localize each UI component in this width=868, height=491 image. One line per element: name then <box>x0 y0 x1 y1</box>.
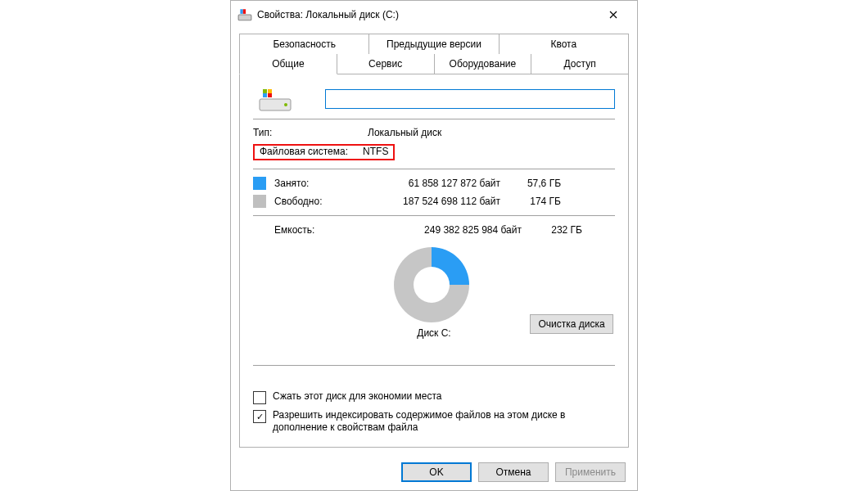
filesystem-label: Файловая система: <box>255 146 353 157</box>
capacity-bytes: 249 382 825 984 байт <box>382 224 522 236</box>
options-block: Сжать этот диск для экономии места Разре… <box>253 385 615 434</box>
capacity-human: 232 ГБ <box>522 224 582 236</box>
usage-block: Занято: 61 858 127 872 байт 57,6 ГБ Своб… <box>253 174 615 210</box>
close-button[interactable] <box>594 2 632 27</box>
checkbox-icon <box>253 391 266 404</box>
drive-icon <box>258 86 292 112</box>
tabs-row-1: Безопасность Предыдущие версии Квота <box>239 34 629 54</box>
index-label: Разрешить индексировать содержимое файло… <box>273 409 615 434</box>
type-value: Локальный диск <box>368 127 615 138</box>
tab-sharing[interactable]: Доступ <box>531 54 629 74</box>
cancel-button[interactable]: Отмена <box>478 462 549 482</box>
tab-general[interactable]: Общие <box>239 54 337 74</box>
drive-title-icon <box>237 7 252 22</box>
compress-checkbox[interactable]: Сжать этот диск для экономии места <box>253 390 615 404</box>
svg-rect-2 <box>243 9 246 14</box>
index-checkbox[interactable]: Разрешить индексировать содержимое файло… <box>253 409 615 434</box>
window-title: Свойства: Локальный диск (C:) <box>257 9 594 20</box>
ok-button[interactable]: OK <box>401 462 472 482</box>
compress-label: Сжать этот диск для экономии места <box>273 390 615 403</box>
free-label: Свободно: <box>274 196 361 207</box>
free-swatch <box>253 195 266 208</box>
svg-point-4 <box>284 103 287 106</box>
used-swatch <box>253 177 266 190</box>
titlebar: Свойства: Локальный диск (C:) <box>231 1 637 29</box>
svg-rect-0 <box>238 15 251 20</box>
volume-label-input[interactable] <box>325 89 615 109</box>
used-human: 57,6 ГБ <box>500 178 561 189</box>
used-label: Занято: <box>274 178 361 189</box>
disk-cleanup-button[interactable]: Очистка диска <box>530 314 613 334</box>
tab-previous-versions[interactable]: Предыдущие версии <box>369 34 499 54</box>
free-bytes: 187 524 698 112 байт <box>361 196 500 207</box>
tab-quota[interactable]: Квота <box>500 34 629 54</box>
svg-rect-1 <box>240 9 242 14</box>
usage-chart-wrap: Диск C: Очистка диска <box>253 244 615 342</box>
svg-rect-7 <box>263 89 267 93</box>
filesystem-highlight: Файловая система: NTFS <box>253 144 395 160</box>
apply-button[interactable]: Применить <box>555 462 626 482</box>
filesystem-value: NTFS <box>353 146 388 157</box>
tab-security[interactable]: Безопасность <box>239 34 369 54</box>
tab-hardware[interactable]: Оборудование <box>435 54 532 74</box>
general-panel: Тип: Локальный диск Файловая система: NT… <box>239 74 629 448</box>
tab-tools[interactable]: Сервис <box>337 54 435 74</box>
svg-rect-8 <box>268 89 272 93</box>
properties-dialog: Свойства: Локальный диск (C:) Безопаснос… <box>230 0 638 491</box>
tab-area: Безопасность Предыдущие версии Квота Общ… <box>231 29 637 448</box>
capacity-label: Емкость: <box>253 224 382 236</box>
tabs-row-2: Общие Сервис Оборудование Доступ <box>239 54 629 74</box>
type-label: Тип: <box>253 127 368 138</box>
used-bytes: 61 858 127 872 байт <box>361 178 500 189</box>
checkbox-checked-icon <box>253 410 266 423</box>
usage-donut-icon <box>394 247 469 322</box>
free-human: 174 ГБ <box>500 196 561 207</box>
dialog-buttons: OK Отмена Применить <box>401 462 626 482</box>
